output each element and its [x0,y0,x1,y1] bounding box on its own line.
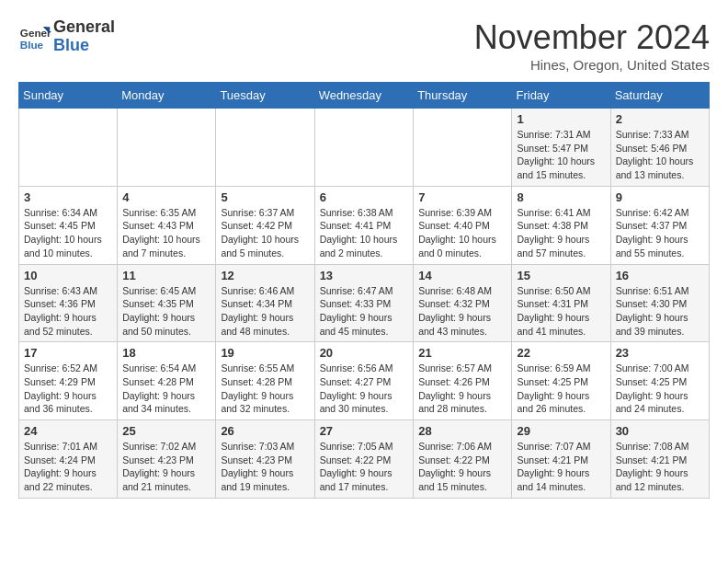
weekday-header-wednesday: Wednesday [314,83,414,109]
calendar-cell: 26Sunrise: 7:03 AM Sunset: 4:23 PM Dayli… [216,420,314,499]
calendar-cell: 10Sunrise: 6:43 AM Sunset: 4:36 PM Dayli… [19,264,118,342]
calendar-cell: 19Sunrise: 6:55 AM Sunset: 4:28 PM Dayli… [216,342,314,420]
calendar-cell: 30Sunrise: 7:08 AM Sunset: 4:21 PM Dayli… [610,420,709,499]
day-info: Sunrise: 6:56 AM Sunset: 4:27 PM Dayligh… [320,362,409,416]
calendar-cell: 27Sunrise: 7:05 AM Sunset: 4:22 PM Dayli… [314,420,414,499]
day-info: Sunrise: 6:51 AM Sunset: 4:30 PM Dayligh… [616,284,704,339]
day-info: Sunrise: 6:35 AM Sunset: 4:43 PM Dayligh… [122,206,210,260]
calendar-cell: 4Sunrise: 6:35 AM Sunset: 4:43 PM Daylig… [118,186,216,264]
calendar-cell: 18Sunrise: 6:54 AM Sunset: 4:28 PM Dayli… [118,342,216,420]
calendar-table: SundayMondayTuesdayWednesdayThursdayFrid… [18,82,710,499]
calendar-cell: 2Sunrise: 7:33 AM Sunset: 5:46 PM Daylig… [610,109,709,187]
calendar-cell [414,109,512,187]
day-number: 25 [122,424,210,438]
day-info: Sunrise: 7:03 AM Sunset: 4:23 PM Dayligh… [221,440,309,494]
day-info: Sunrise: 6:45 AM Sunset: 4:35 PM Dayligh… [122,284,210,339]
weekday-header-sunday: Sunday [19,83,118,109]
day-number: 26 [221,424,309,438]
day-info: Sunrise: 6:42 AM Sunset: 4:37 PM Dayligh… [616,206,704,260]
day-info: Sunrise: 6:39 AM Sunset: 4:40 PM Dayligh… [418,206,506,260]
svg-text:Blue: Blue [20,38,44,50]
day-info: Sunrise: 7:31 AM Sunset: 5:47 PM Dayligh… [517,128,605,182]
day-number: 11 [122,269,210,282]
day-info: Sunrise: 6:59 AM Sunset: 4:25 PM Dayligh… [517,362,605,416]
week-row-3: 10Sunrise: 6:43 AM Sunset: 4:36 PM Dayli… [19,264,710,342]
calendar-cell: 14Sunrise: 6:48 AM Sunset: 4:32 PM Dayli… [414,264,512,342]
calendar-cell: 16Sunrise: 6:51 AM Sunset: 4:30 PM Dayli… [610,264,709,342]
calendar-cell: 7Sunrise: 6:39 AM Sunset: 4:40 PM Daylig… [414,186,512,264]
week-row-1: 1Sunrise: 7:31 AM Sunset: 5:47 PM Daylig… [19,109,710,187]
logo-icon: General Blue [18,20,51,53]
day-info: Sunrise: 6:57 AM Sunset: 4:26 PM Dayligh… [418,362,506,416]
calendar-cell [314,109,414,187]
day-info: Sunrise: 6:50 AM Sunset: 4:31 PM Dayligh… [517,284,605,339]
day-number: 7 [418,190,506,204]
day-number: 5 [221,190,309,204]
logo-text: General Blue [53,18,115,55]
calendar-cell: 13Sunrise: 6:47 AM Sunset: 4:33 PM Dayli… [314,264,414,342]
weekday-header-row: SundayMondayTuesdayWednesdayThursdayFrid… [19,83,710,109]
weekday-header-monday: Monday [118,83,216,109]
week-row-4: 17Sunrise: 6:52 AM Sunset: 4:29 PM Dayli… [19,342,710,420]
day-info: Sunrise: 6:55 AM Sunset: 4:28 PM Dayligh… [221,362,309,416]
weekday-header-thursday: Thursday [414,83,512,109]
location: Hines, Oregon, United States [474,57,710,73]
day-number: 23 [616,346,704,360]
calendar-cell: 20Sunrise: 6:56 AM Sunset: 4:27 PM Dayli… [314,342,414,420]
calendar-cell: 15Sunrise: 6:50 AM Sunset: 4:31 PM Dayli… [512,264,610,342]
day-info: Sunrise: 7:01 AM Sunset: 4:24 PM Dayligh… [24,440,112,494]
calendar-cell: 21Sunrise: 6:57 AM Sunset: 4:26 PM Dayli… [414,342,512,420]
calendar-cell [216,109,314,187]
logo: General Blue General Blue [18,18,115,55]
day-number: 6 [320,190,409,204]
day-number: 12 [221,269,309,282]
day-info: Sunrise: 7:06 AM Sunset: 4:22 PM Dayligh… [418,440,506,494]
week-row-5: 24Sunrise: 7:01 AM Sunset: 4:24 PM Dayli… [19,420,710,499]
calendar-cell: 11Sunrise: 6:45 AM Sunset: 4:35 PM Dayli… [118,264,216,342]
calendar-cell: 24Sunrise: 7:01 AM Sunset: 4:24 PM Dayli… [19,420,118,499]
calendar-cell: 8Sunrise: 6:41 AM Sunset: 4:38 PM Daylig… [512,186,610,264]
calendar-cell [19,109,118,187]
day-number: 28 [418,424,506,438]
day-info: Sunrise: 6:43 AM Sunset: 4:36 PM Dayligh… [24,284,112,339]
day-number: 30 [616,424,704,438]
day-number: 3 [24,190,112,204]
day-info: Sunrise: 7:07 AM Sunset: 4:21 PM Dayligh… [517,440,605,494]
day-number: 29 [517,424,605,438]
day-info: Sunrise: 7:08 AM Sunset: 4:21 PM Dayligh… [616,440,704,494]
day-number: 16 [616,269,704,282]
day-number: 19 [221,346,309,360]
calendar-cell: 6Sunrise: 6:38 AM Sunset: 4:41 PM Daylig… [314,186,414,264]
day-number: 17 [24,346,112,360]
day-info: Sunrise: 6:41 AM Sunset: 4:38 PM Dayligh… [517,206,605,260]
weekday-header-friday: Friday [512,83,610,109]
day-info: Sunrise: 6:48 AM Sunset: 4:32 PM Dayligh… [418,284,506,339]
calendar-cell: 23Sunrise: 7:00 AM Sunset: 4:25 PM Dayli… [610,342,709,420]
day-info: Sunrise: 6:38 AM Sunset: 4:41 PM Dayligh… [320,206,409,260]
calendar-cell: 29Sunrise: 7:07 AM Sunset: 4:21 PM Dayli… [512,420,610,499]
day-info: Sunrise: 6:37 AM Sunset: 4:42 PM Dayligh… [221,206,309,260]
week-row-2: 3Sunrise: 6:34 AM Sunset: 4:45 PM Daylig… [19,186,710,264]
day-info: Sunrise: 7:02 AM Sunset: 4:23 PM Dayligh… [122,440,210,494]
day-info: Sunrise: 7:05 AM Sunset: 4:22 PM Dayligh… [320,440,409,494]
calendar-cell [118,109,216,187]
calendar-cell: 22Sunrise: 6:59 AM Sunset: 4:25 PM Dayli… [512,342,610,420]
day-number: 9 [616,190,704,204]
day-info: Sunrise: 6:54 AM Sunset: 4:28 PM Dayligh… [122,362,210,416]
weekday-header-saturday: Saturday [610,83,709,109]
day-number: 22 [517,346,605,360]
day-info: Sunrise: 7:00 AM Sunset: 4:25 PM Dayligh… [616,362,704,416]
day-number: 1 [517,112,605,126]
day-number: 2 [616,112,704,126]
weekday-header-tuesday: Tuesday [216,83,314,109]
day-number: 13 [320,269,409,282]
day-info: Sunrise: 6:47 AM Sunset: 4:33 PM Dayligh… [320,284,409,339]
day-number: 24 [24,424,112,438]
day-number: 15 [517,269,605,282]
calendar-cell: 17Sunrise: 6:52 AM Sunset: 4:29 PM Dayli… [19,342,118,420]
title-block: November 2024 Hines, Oregon, United Stat… [474,18,710,73]
day-info: Sunrise: 6:52 AM Sunset: 4:29 PM Dayligh… [24,362,112,416]
day-info: Sunrise: 7:33 AM Sunset: 5:46 PM Dayligh… [616,128,704,182]
day-number: 10 [24,269,112,282]
day-number: 18 [122,346,210,360]
